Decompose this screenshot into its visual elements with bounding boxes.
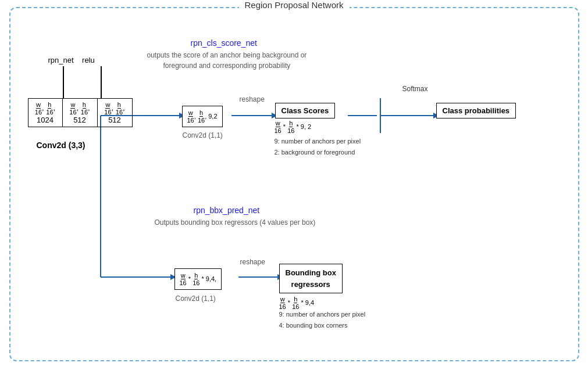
input-box-1: w16, h16,1024	[28, 98, 63, 127]
class-scores-box: Class Scores	[275, 103, 336, 118]
cls-score-desc: outputs the score of an anchor being bac…	[147, 50, 307, 71]
bbx-desc: Outputs bounding box regressors (4 value…	[155, 218, 316, 227]
cls-annotations: 9: number of anchors per pixel 2: backgr…	[275, 136, 361, 157]
bbox-reg-box: Bounding boxregressors	[279, 264, 343, 293]
input-box-3: w16, h16,512	[98, 98, 133, 127]
class-scores-sub: w16 * h16 * 9, 2	[275, 120, 312, 134]
diagram-container: Region Proposal Network rpn_net relu	[9, 7, 579, 361]
input-boxes-group: w16, h16,1024 w16, h16,512 w16, h16,512	[28, 98, 133, 127]
class-prob-box: Class probabilities	[436, 103, 516, 118]
vline-rpn	[63, 66, 64, 98]
conv2d-11-top-label: Conv2d (1,1)	[183, 131, 223, 139]
vline-relu	[101, 66, 102, 98]
bbx-title: rpn_bbx_pred_net	[194, 206, 260, 215]
cls-output-box: w16, h16, 9,2	[182, 106, 223, 127]
reshape-bot-label: reshape	[240, 258, 265, 266]
input-box-2: w16, h16,512	[63, 98, 98, 127]
softmax-label: Softmax	[402, 85, 428, 93]
bbox-reg-sub: w16 * h16 * 9,4	[279, 296, 315, 310]
cls-score-title: rpn_cls_score_net	[191, 38, 257, 48]
conv2d-33-label: Conv2d (3,3)	[37, 141, 85, 150]
diagram-title: Region Proposal Network	[238, 0, 349, 10]
bbx-output-box: w16 * h16 * 9,4,	[174, 268, 222, 290]
bbx-annotations: 9: number of anchors per pixel 4: boundi…	[279, 309, 366, 331]
reshape-top-label: reshape	[240, 95, 265, 103]
conv2d-11-bot-label: Conv2d (1,1)	[176, 294, 216, 303]
rpn-net-label: rpn_net relu	[48, 56, 95, 64]
